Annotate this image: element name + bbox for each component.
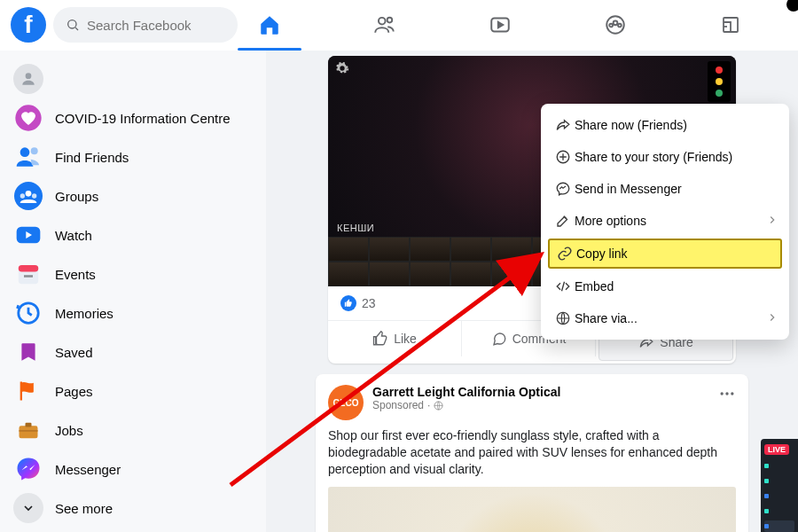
sidebar-item-events[interactable]: Events [5,254,261,293]
comment-icon [491,331,507,347]
globe-icon [434,401,443,411]
nav-groups[interactable] [589,0,642,50]
svg-point-0 [68,20,76,28]
sidebar-item-label: Memories [55,306,113,321]
svg-rect-25 [20,430,38,432]
svg-point-7 [609,24,613,27]
nav-watch[interactable] [473,0,527,50]
sidebar-item-label: Events [55,267,96,282]
like-reaction-icon [340,295,356,311]
search-box[interactable] [53,7,238,43]
like-button[interactable]: Like [328,321,462,356]
svg-point-13 [31,147,38,154]
sidebar-item-covid[interactable]: COVID-19 Information Centre [5,98,261,137]
sidebar-item-label: Watch [55,228,92,243]
home-icon [258,13,281,36]
nav-friends[interactable] [358,0,411,50]
share-now-item[interactable]: Share now (Friends) [541,109,789,141]
sidebar-item-saved[interactable]: Saved [5,332,261,372]
corner-dot [786,0,798,12]
facebook-logo[interactable]: f [11,7,46,43]
left-sidebar: COVID-19 Information Centre Find Friends… [0,51,266,532]
clock-icon [12,297,44,329]
svg-point-6 [614,20,618,25]
advertiser-avatar[interactable]: GLCO [328,385,364,420]
friends-icon [373,13,396,36]
ellipsis-icon [718,385,736,403]
calendar-icon [12,258,44,290]
bookmark-icon [12,336,44,368]
sidebar-item-jobs[interactable]: Jobs [5,411,261,450]
character-label: КЕНШИ [337,223,374,233]
search-icon [66,18,80,32]
svg-point-16 [20,193,25,198]
chevron-right-icon [766,311,778,326]
svg-point-3 [387,18,393,23]
thumbs-up-icon [372,331,388,347]
svg-line-1 [75,27,78,30]
sidebar-item-label: Pages [55,384,93,399]
ad-image[interactable] [328,487,736,532]
messenger-icon [552,181,575,197]
sidebar-item-label: Saved [55,345,93,360]
heart-icon [12,102,44,134]
friends-icon [12,141,44,173]
reaction-count: 23 [362,296,376,310]
media-badge [708,61,731,102]
copy-link-item[interactable]: Copy link [548,239,782,269]
live-panel[interactable]: LIVE [761,439,798,532]
share-via-item[interactable]: Share via... [541,302,789,334]
svg-point-27 [721,392,724,395]
groups-icon [604,13,627,36]
more-options-item[interactable]: More options [541,205,789,237]
gear-icon [335,61,349,78]
globe-icon [552,310,575,326]
svg-rect-24 [26,423,32,427]
briefcase-icon [12,414,44,446]
ad-body-text: Shop our first ever eco-friendly sunglas… [328,427,736,478]
sidebar-item-pages[interactable]: Pages [5,372,261,411]
svg-point-17 [32,193,36,198]
sidebar-item-memories[interactable]: Memories [5,293,261,332]
sponsored-label: Sponsored [372,399,424,411]
top-bar: f [0,0,798,51]
advertiser-name[interactable]: Garrett Leight California Optical [372,385,560,399]
nav-home[interactable] [243,0,296,50]
watch-icon [12,219,44,251]
post-more-button[interactable] [718,385,736,405]
gaming-icon [720,14,741,35]
share-story-item[interactable]: Share to your story (Friends) [541,141,789,173]
svg-point-28 [725,392,728,395]
svg-point-8 [618,24,622,27]
sidebar-item-label: COVID-19 Information Centre [55,111,231,126]
share-menu: Share now (Friends) Share to your story … [541,104,789,340]
sidebar-item-label: Find Friends [55,150,129,165]
flag-icon [12,375,44,407]
svg-point-10 [26,73,32,79]
watch-icon [489,13,512,36]
chevron-right-icon [766,214,778,229]
nav-gaming[interactable] [704,0,757,50]
link-icon [553,246,576,262]
svg-point-29 [731,392,733,395]
send-messenger-item[interactable]: Send in Messenger [541,173,789,205]
embed-item[interactable]: Embed [541,270,789,302]
sidebar-item-label: Groups [55,189,98,204]
sidebar-item-see-more[interactable]: See more [5,489,261,528]
search-input[interactable] [85,17,213,34]
pencil-icon [552,213,575,229]
sidebar-item-messenger[interactable]: Messenger [5,450,261,489]
sidebar-item-label: Jobs [55,423,83,438]
sidebar-item-label: See more [55,501,113,516]
sidebar-item-watch[interactable]: Watch [5,215,261,254]
svg-rect-23 [20,426,38,438]
avatar-icon [13,64,43,94]
sidebar-item-profile[interactable] [5,59,261,98]
sidebar-item-groups[interactable]: Groups [5,176,261,215]
chevron-down-icon [13,493,43,523]
share-arrow-icon [552,117,575,133]
sidebar-item-find-friends[interactable]: Find Friends [5,137,261,176]
live-badge: LIVE [764,444,789,455]
sidebar-item-label: Messenger [55,462,121,477]
sponsored-card: GLCO Garrett Leight California Optical S… [316,374,748,532]
